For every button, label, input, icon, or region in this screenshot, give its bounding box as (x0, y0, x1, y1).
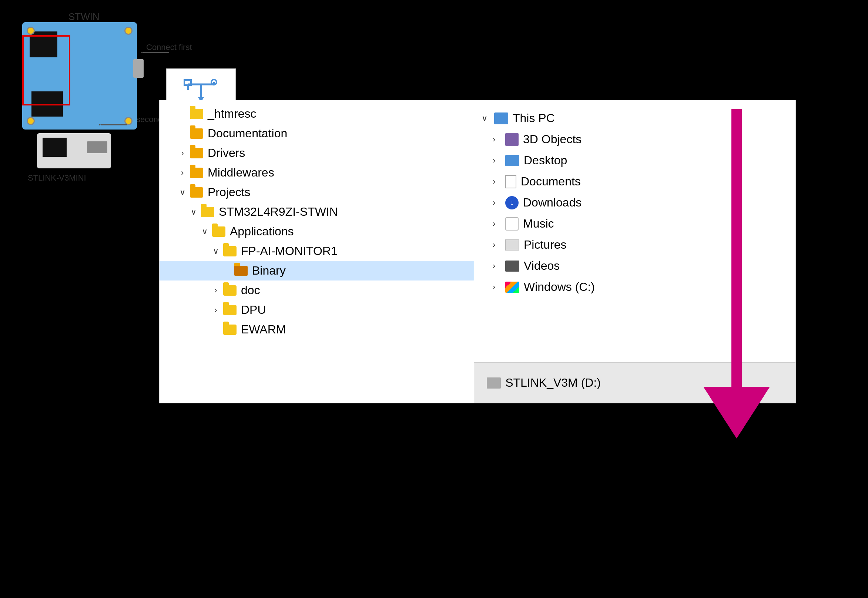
folder-icon-fp-ai (223, 246, 236, 256)
folder-icon-projects (190, 187, 203, 197)
folder-icon-doc (223, 285, 236, 296)
folder-icon-docs (190, 129, 203, 139)
icon-3d-objects (505, 133, 519, 146)
folder-icon-drivers (190, 148, 203, 158)
explorer-left-panel: _htmresc Documentation › Drivers › Middl… (159, 100, 481, 404)
folder-icon-stm32 (201, 207, 214, 217)
tree-item-fp-ai-monitor1[interactable]: ∨ FP-AI-MONITOR1 (160, 241, 481, 261)
tree-item-middlewares[interactable]: › Middlewares (160, 163, 481, 182)
tree-item-htmresc[interactable]: _htmresc (160, 104, 481, 124)
icon-videos (505, 260, 519, 272)
tree-item-projects[interactable]: ∨ Projects (160, 182, 481, 202)
folder-icon-htmresc (190, 109, 203, 119)
icon-music (505, 217, 519, 230)
usb-symbol (175, 77, 227, 103)
stwin-label: STWIN (69, 11, 100, 22)
tree-item-documentation[interactable]: Documentation (160, 124, 481, 143)
red-highlight-rect (22, 35, 70, 105)
icon-windows-c (505, 282, 519, 293)
folder-icon-ewarm (223, 324, 236, 335)
tree-item-ewarm[interactable]: EWARM (160, 320, 481, 339)
stlink-board (37, 133, 111, 168)
icon-downloads: ↓ (505, 196, 519, 209)
connect-first-arrow (141, 48, 171, 57)
icon-desktop (505, 155, 519, 166)
tree-item-applications[interactable]: ∨ Applications (160, 222, 481, 241)
icon-documents (505, 175, 516, 188)
tree-item-doc[interactable]: › doc (160, 281, 481, 300)
pc-icon (494, 112, 508, 124)
folder-icon-dpu (223, 305, 236, 315)
pink-arrow (700, 105, 774, 438)
icon-stlink-drive (487, 377, 501, 389)
tree-item-dpu[interactable]: › DPU (160, 300, 481, 320)
tree-item-drivers[interactable]: › Drivers (160, 143, 481, 163)
svg-marker-11 (703, 387, 770, 438)
folder-icon-binary (234, 266, 248, 276)
connect-second-arrow (99, 120, 129, 129)
tree-item-stm32[interactable]: ∨ STM32L4R9ZI-STWIN (160, 202, 481, 222)
stlink-label: STLINK-V3MINI (28, 173, 86, 183)
folder-icon-applications (212, 226, 225, 237)
icon-pictures (505, 239, 519, 251)
folder-icon-middlewares (190, 167, 203, 178)
left-tree: _htmresc Documentation › Drivers › Middl… (160, 100, 481, 343)
stlink-drive-label: STLINK_V3M (D:) (505, 376, 601, 390)
tree-item-binary[interactable]: Binary (160, 261, 481, 281)
